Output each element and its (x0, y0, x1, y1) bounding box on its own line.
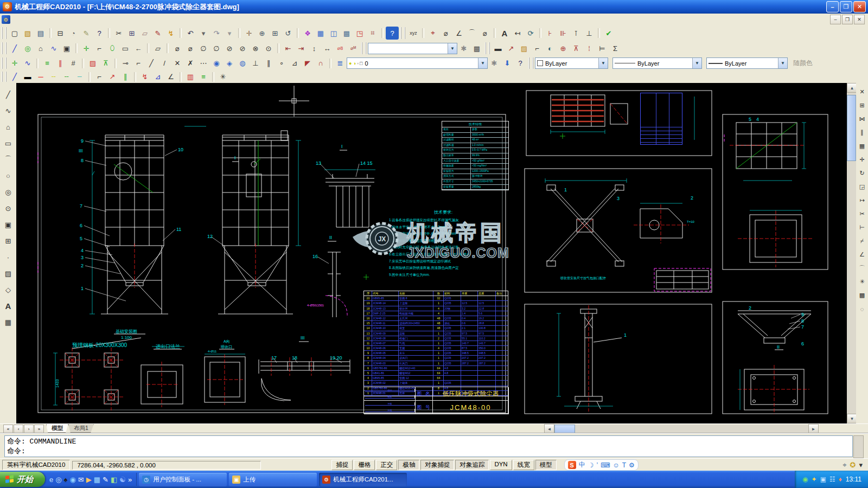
toolbar-grip[interactable] (528, 57, 533, 69)
color-combo-dropdown-icon[interactable]: ▼ (598, 58, 608, 68)
segment-2-icon[interactable]: / (158, 57, 171, 70)
design-center-icon[interactable]: ▦ (314, 27, 327, 40)
calculator-icon[interactable]: ⌗ (366, 27, 379, 40)
intersect-snap-icon[interactable]: ✕ (171, 57, 184, 70)
diameter-dim-icon[interactable]: ⌀ (439, 27, 452, 40)
layer-settings-icon[interactable]: ✱ (488, 57, 501, 70)
hatch-tool-icon[interactable]: ▨ (86, 57, 99, 70)
vertical-scrollbar[interactable]: ▲ ▼ (847, 83, 856, 423)
dim-update-icon[interactable]: ⟳ (524, 27, 537, 40)
desktop-quicklaunch-icon[interactable]: ◎ (55, 476, 61, 484)
new-file-icon[interactable]: ▢ (8, 27, 21, 40)
toolbar-options-icon[interactable]: ▾ (859, 461, 863, 469)
undo-icon[interactable]: ↶ (184, 27, 197, 40)
triangle-mark-icon[interactable]: ⊿ (151, 70, 164, 84)
parallel-snap-icon[interactable]: ∥ (262, 57, 275, 70)
toolbar-grip[interactable] (2, 57, 7, 69)
toggle-捕捉[interactable]: 捕捉 (331, 460, 353, 470)
match-properties-icon[interactable]: ✎ (151, 27, 164, 40)
drawing-canvas[interactable]: 9III87654321101112I1314 15I16IIIII171819… (16, 83, 847, 423)
polyline-tool-icon[interactable]: ∿ (47, 42, 60, 55)
ie-quicklaunch-icon[interactable]: e (49, 476, 53, 484)
command-scrollbar[interactable] (853, 435, 864, 458)
line-tool-icon[interactable]: ╱ (8, 42, 21, 55)
dim-style-1-icon[interactable]: ⇤ (282, 42, 295, 55)
polyline-corner-icon[interactable]: ⌐ (132, 57, 145, 70)
vertical-scroll-thumb[interactable] (847, 95, 856, 161)
toolbar-grip[interactable] (361, 42, 366, 54)
dim-arrow-icon[interactable]: ↗ (505, 42, 518, 55)
taskbar-task-button[interactable]: ⚙机械工程师CAD201... (319, 473, 407, 486)
linetype-combobox[interactable]: ByLayer ▼ (612, 57, 702, 69)
rectangle-tool-icon[interactable]: ▭ (119, 42, 132, 55)
toolbar-grip[interactable] (2, 27, 7, 39)
dia-dim-5-icon[interactable]: ⊘ (223, 42, 236, 55)
toggle-正交[interactable]: 正交 (376, 460, 397, 470)
slot-tool-icon[interactable]: ⬯ (106, 42, 119, 55)
ime-account-icon[interactable]: ☺ (612, 461, 619, 469)
ime-cn-en-icon[interactable]: 中 (579, 460, 585, 470)
lineweight-combobox[interactable]: ByLayer ▼ (706, 57, 788, 69)
array-icon[interactable]: ▦ (856, 140, 868, 152)
edit-spline-icon[interactable]: ◌ (856, 303, 868, 315)
style-settings-icon[interactable]: ✱ (457, 42, 470, 55)
help2-icon[interactable]: ? (386, 27, 399, 40)
close-button[interactable]: ✕ (853, 1, 866, 12)
node-snap-icon[interactable]: ⊸ (119, 57, 132, 70)
tab-布局1[interactable]: 布局1 (68, 424, 94, 433)
ime-fullhalf-icon[interactable]: ☽ (588, 461, 594, 469)
quick-select-icon[interactable]: ↯ (164, 27, 177, 40)
undo-dropdown-icon[interactable]: ▾ (197, 27, 210, 40)
layer-help-icon[interactable]: ? (514, 57, 527, 70)
break-icon[interactable]: ⌿ (856, 235, 868, 247)
digitizer-icon[interactable]: ⌖ (843, 461, 846, 470)
layer-combo-dropdown-icon[interactable]: ▼ (478, 58, 487, 68)
dim-style-4-icon[interactable]: ↔ (321, 42, 334, 55)
radius-dim-icon[interactable]: ⌀ (478, 27, 492, 40)
region-icon[interactable]: ◐ (544, 42, 557, 55)
network-tray-icon[interactable]: ▣ (820, 476, 826, 483)
copy-object-icon[interactable]: ⊞ (856, 99, 868, 112)
draw-hatch-icon[interactable]: ▨ (1, 266, 15, 280)
toggle-对象追踪[interactable]: 对象追踪 (455, 460, 489, 470)
mail-quicklaunch-icon[interactable]: ✉ (78, 476, 84, 484)
draw-circle-icon[interactable]: ○ (1, 169, 15, 183)
edit-hatch-icon[interactable]: ▩ (856, 289, 868, 301)
dia-dim-2-icon[interactable]: ⌀ (184, 42, 197, 55)
messenger-quicklaunch-icon[interactable]: ◉ (69, 476, 75, 484)
sogou-tray-icon[interactable]: ✦ (812, 476, 817, 483)
continue-dim-icon[interactable]: ⊪ (557, 27, 570, 40)
license-lock-icon[interactable]: ✪ (850, 461, 856, 469)
explorer-quicklaunch-icon[interactable]: ◧ (111, 476, 117, 484)
player-quicklaunch-icon[interactable]: ♠ (64, 476, 68, 484)
trim-icon[interactable]: ✂ (856, 208, 868, 220)
scale-icon[interactable]: ◲ (856, 181, 868, 193)
make-block-icon[interactable]: ⊞ (1, 234, 15, 248)
symmetry-icon[interactable]: ⊼ (99, 57, 112, 70)
nearest-snap-icon[interactable]: ∘ (275, 57, 288, 70)
center-snap-icon[interactable]: ◉ (210, 57, 223, 70)
draw-donut-icon[interactable]: ◎ (1, 185, 15, 199)
perpendicular-dim-icon[interactable]: ⊥ (583, 27, 596, 40)
dim-mod-icon[interactable]: ⌀ᴹ (347, 42, 360, 55)
dim-dia8-icon[interactable]: ⌀8 (334, 42, 347, 55)
notes-quicklaunch-icon[interactable]: ✎ (103, 476, 108, 484)
mid-snap-icon[interactable]: ⊿ (288, 57, 301, 70)
quadrant-snap-icon[interactable]: ◈ (223, 57, 236, 70)
slope-arrow-icon[interactable]: ↗ (106, 70, 119, 84)
coordinate-icon[interactable]: xyz (407, 27, 420, 40)
fillet-icon[interactable]: ⌒ (856, 262, 868, 274)
erase-icon[interactable]: ✕ (856, 86, 868, 98)
toolbar-grip[interactable] (485, 42, 490, 54)
toggle-模型[interactable]: 模型 (535, 460, 557, 470)
mdi-minimize-button[interactable]: – (830, 15, 841, 24)
toggle-DYN[interactable]: DYN (490, 460, 512, 470)
style-combobox[interactable]: ▼ (368, 43, 457, 54)
draw-ellipse-icon[interactable]: ⊙ (1, 201, 15, 215)
combo-dropdown-icon[interactable]: ▼ (448, 43, 457, 54)
help-icon[interactable]: ? (93, 27, 106, 40)
dim-style-2-icon[interactable]: ⇥ (295, 42, 308, 55)
ime-punct-icon[interactable]: ’ (596, 461, 598, 469)
toggle-对象捕捉[interactable]: 对象捕捉 (420, 460, 454, 470)
layer-prev-icon[interactable]: ⬇ (501, 57, 514, 70)
